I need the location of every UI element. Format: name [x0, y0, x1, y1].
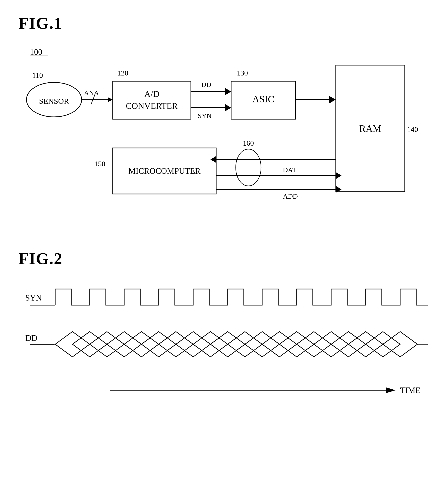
svg-marker-11 [210, 156, 216, 163]
page: FIG.1 100 SENSOR 110 ANA A/D CONVERTER [0, 0, 448, 483]
time-label: TIME [400, 386, 420, 395]
fig2-diagram: SYN DD [18, 282, 430, 402]
adc-label1: A/D [144, 89, 159, 99]
bus-ref: 160 [243, 139, 254, 147]
svg-marker-5 [225, 88, 231, 95]
svg-marker-13 [336, 172, 342, 179]
sensor-label: SENSOR [39, 97, 69, 105]
system-ref-label: 100 [30, 47, 42, 57]
svg-marker-7 [225, 104, 231, 111]
asic-label: ASIC [252, 94, 274, 105]
syn-label-fig1: SYN [198, 112, 212, 119]
ram-ref: 140 [407, 125, 418, 133]
svg-marker-3 [108, 97, 113, 102]
dd-waveform-label: DD [25, 333, 37, 343]
syn-waveform-label: SYN [25, 293, 42, 302]
asic-ref: 130 [237, 69, 248, 77]
adc-label2: CONVERTER [126, 101, 178, 111]
microcomputer-ref: 150 [94, 160, 105, 168]
fig2-title: FIG.2 [18, 249, 430, 268]
microcomputer-label: MICROCOMPUTER [128, 166, 200, 176]
bus-oval [236, 149, 261, 186]
svg-marker-9 [329, 96, 336, 104]
adc-box [113, 81, 191, 119]
dat-label: DAT [283, 166, 296, 173]
adc-ref: 120 [117, 69, 128, 77]
fig1-diagram: 100 SENSOR 110 ANA A/D CONVERTER 120 [18, 42, 430, 231]
add-label: ADD [283, 192, 298, 200]
svg-marker-41 [386, 387, 396, 393]
sensor-ref: 110 [32, 71, 43, 79]
fig1-title: FIG.1 [18, 14, 430, 33]
ram-label: RAM [359, 123, 381, 134]
dd-label: DD [201, 81, 211, 88]
ana-label: ANA [84, 89, 99, 96]
